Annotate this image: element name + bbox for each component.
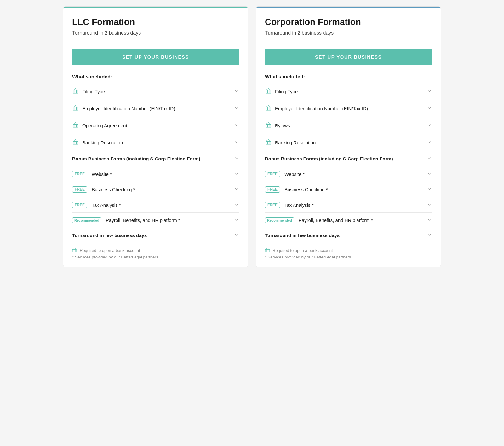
list-item[interactable]: Employer Identification Number (EIN/Tax … (72, 100, 239, 117)
chevron-down-icon (427, 202, 432, 208)
free-badge: Recommended (72, 217, 101, 223)
bank-icon-small (265, 247, 270, 253)
list-item-left: Banking Resolution (72, 139, 123, 147)
chevron-down-icon (234, 187, 239, 193)
card-corp-whats-included: What's included: (265, 74, 432, 80)
list-item[interactable]: FREETax Analysis * (72, 197, 239, 212)
bank-icon (72, 88, 79, 96)
list-item-left: Banking Resolution (265, 139, 316, 147)
item-label: Turnaround in few business days (72, 233, 147, 238)
card-corp-subtitle: Turnaround in 2 business days (265, 30, 432, 36)
list-item[interactable]: Bylaws (265, 117, 432, 134)
item-label: Banking Resolution (82, 140, 123, 145)
list-item[interactable]: Turnaround in few business days (72, 228, 239, 243)
card-corp-title: Corporation Formation (265, 17, 432, 27)
cards-container: LLC FormationTurnaround in 2 business da… (63, 6, 441, 267)
list-item-left: Bylaws (265, 122, 290, 130)
chevron-down-icon (427, 89, 432, 95)
card-llc-whats-included: What's included: (72, 74, 239, 80)
svg-rect-0 (73, 90, 78, 93)
bank-icon-small (72, 247, 77, 253)
svg-rect-27 (266, 124, 271, 127)
list-item[interactable]: FREEBusiness Checking * (265, 182, 432, 197)
list-item-left: Turnaround in few business days (265, 233, 340, 238)
item-label: Business Checking * (284, 187, 328, 192)
footer-star-note: * Services provided by our BetterLegal p… (265, 255, 432, 259)
item-label: Tax Analysis * (284, 202, 314, 208)
list-item-left: Bonus Business Forms (including S-Corp E… (265, 156, 393, 161)
list-item-left: FREEWebsite * (72, 171, 112, 177)
free-badge: Recommended (265, 217, 294, 223)
footer-icon-text: Required to open a bank account (272, 248, 333, 253)
list-item[interactable]: Banking Resolution (72, 134, 239, 151)
chevron-down-icon (427, 217, 432, 223)
card-corp-inner: Corporation FormationTurnaround in 2 bus… (256, 8, 441, 267)
chevron-down-icon (427, 187, 432, 193)
item-label: Filing Type (82, 89, 105, 94)
free-badge: FREE (72, 202, 87, 208)
card-corp-footer: Required to open a bank account* Service… (265, 243, 432, 261)
card-llc-setup-button[interactable]: SET UP YOUR BUSINESS (72, 49, 239, 65)
chevron-down-icon (427, 140, 432, 146)
list-item-left: Filing Type (72, 88, 105, 96)
svg-rect-31 (266, 141, 271, 144)
list-item[interactable]: FREETax Analysis * (265, 197, 432, 212)
free-badge: FREE (72, 171, 87, 177)
svg-rect-23 (266, 107, 271, 110)
list-item[interactable]: FREEWebsite * (265, 166, 432, 182)
list-item-left: Employer Identification Number (EIN/Tax … (265, 105, 368, 113)
bank-icon (72, 105, 79, 113)
list-item[interactable]: Turnaround in few business days (265, 228, 432, 243)
chevron-down-icon (234, 140, 239, 146)
item-label: Business Checking * (92, 187, 135, 192)
list-item-left: FREETax Analysis * (265, 202, 314, 208)
list-item[interactable]: RecommendedPayroll, Benefits, and HR pla… (265, 212, 432, 228)
item-label: Website * (284, 171, 305, 177)
item-label: Employer Identification Number (EIN/Tax … (275, 106, 368, 111)
item-label: Bonus Business Forms (including S-Corp E… (265, 156, 393, 161)
list-item[interactable]: Bonus Business Forms (including S-Corp E… (72, 151, 239, 166)
card-corp-setup-button[interactable]: SET UP YOUR BUSINESS (265, 49, 432, 65)
card-corp-items-list: Filing TypeEmployer Identification Numbe… (265, 83, 432, 243)
free-badge: FREE (265, 186, 280, 193)
list-item[interactable]: FREEWebsite * (72, 166, 239, 182)
item-label: Filing Type (275, 89, 298, 94)
list-item-left: FREEBusiness Checking * (265, 186, 328, 193)
list-item[interactable]: Filing Type (265, 83, 432, 100)
chevron-down-icon (427, 171, 432, 177)
bank-icon (265, 139, 272, 147)
chevron-down-icon (234, 171, 239, 177)
item-label: Payroll, Benefits, and HR platform * (299, 217, 373, 223)
footer-icon-text: Required to open a bank account (80, 248, 140, 253)
card-llc: LLC FormationTurnaround in 2 business da… (63, 6, 248, 267)
chevron-down-icon (234, 156, 239, 162)
item-label: Employer Identification Number (EIN/Tax … (82, 106, 175, 111)
list-item-left: FREETax Analysis * (72, 202, 121, 208)
item-label: Bylaws (275, 123, 290, 128)
list-item[interactable]: Banking Resolution (265, 134, 432, 151)
svg-rect-16 (73, 250, 77, 252)
item-label: Website * (92, 171, 112, 177)
list-item-left: Employer Identification Number (EIN/Tax … (72, 105, 175, 113)
bank-icon (72, 139, 79, 147)
free-badge: FREE (265, 171, 280, 177)
bank-icon (72, 122, 79, 130)
svg-rect-19 (266, 90, 271, 93)
list-item[interactable]: Filing Type (72, 83, 239, 100)
chevron-down-icon (234, 123, 239, 129)
chevron-down-icon (427, 106, 432, 112)
list-item[interactable]: Operating Agreement (72, 117, 239, 134)
free-badge: FREE (72, 186, 87, 193)
footer-star-note: * Services provided by our BetterLegal p… (72, 255, 239, 259)
list-item-left: FREEBusiness Checking * (72, 186, 135, 193)
card-corp: Corporation FormationTurnaround in 2 bus… (256, 6, 441, 267)
list-item-left: Bonus Business Forms (including S-Corp E… (72, 156, 200, 161)
list-item[interactable]: Bonus Business Forms (including S-Corp E… (265, 151, 432, 166)
bank-icon (265, 88, 272, 96)
list-item[interactable]: FREEBusiness Checking * (72, 182, 239, 197)
list-item[interactable]: Employer Identification Number (EIN/Tax … (265, 100, 432, 117)
card-llc-footer: Required to open a bank account* Service… (72, 243, 239, 261)
chevron-down-icon (234, 106, 239, 112)
list-item[interactable]: RecommendedPayroll, Benefits, and HR pla… (72, 212, 239, 228)
chevron-down-icon (234, 232, 239, 238)
